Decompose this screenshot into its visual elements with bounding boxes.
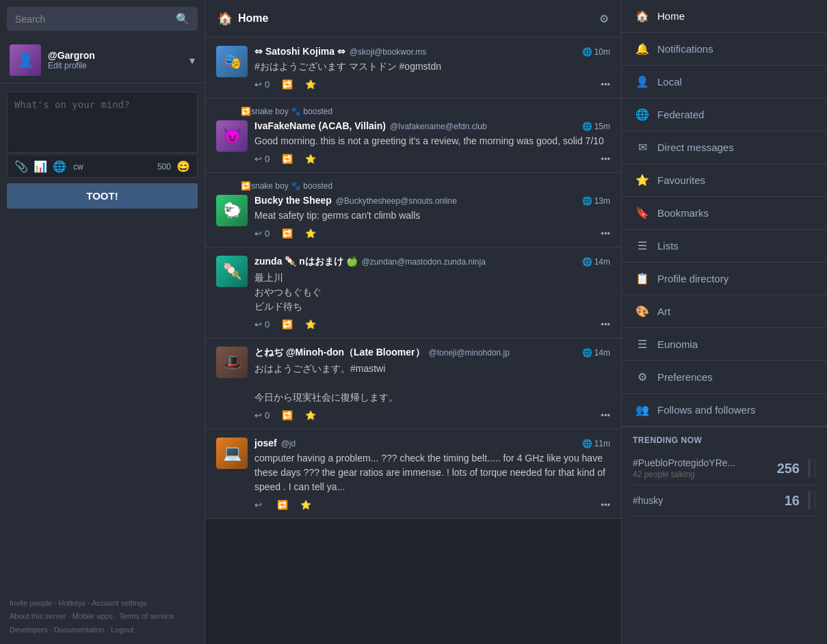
toot-row: 💻 josef @jd 🌐 11m computer having a prob…	[216, 438, 610, 510]
more-button[interactable]: •••	[601, 500, 610, 510]
boost-button[interactable]: 🔁	[282, 154, 293, 164]
trending-item[interactable]: #husky 16	[633, 485, 816, 516]
globe-icon: 🌐	[582, 348, 592, 358]
footer-link-hotkeys[interactable]: Hotkeys	[59, 599, 86, 607]
more-button[interactable]: •••	[601, 410, 610, 420]
star-icon: ⭐	[305, 154, 316, 164]
avatar[interactable]: 🎭	[216, 46, 248, 77]
reply-button[interactable]: ↩	[254, 500, 265, 510]
local-icon: 👤	[635, 75, 649, 88]
edit-profile-link[interactable]: Edit profile	[48, 61, 189, 70]
toot-author[interactable]: IvaFakeName (ACAB, Villain)	[254, 120, 386, 131]
boost-button[interactable]: 🔁	[277, 500, 288, 510]
compose-textarea[interactable]	[7, 92, 198, 153]
footer-link-docs[interactable]: Documentation	[54, 626, 105, 634]
sidebar-item-preferences[interactable]: ⚙ Preferences	[622, 361, 827, 394]
trending-item[interactable]: #PuebloProtegidoYRe... 42 people talking…	[633, 452, 816, 485]
sidebar-item-federated[interactable]: 🌐 Federated	[622, 98, 827, 131]
toot-meta: josef @jd 🌐 11m	[254, 438, 610, 448]
attach-icon[interactable]: 📎	[14, 160, 28, 173]
more-button[interactable]: •••	[601, 154, 610, 164]
more-button[interactable]: •••	[601, 319, 610, 330]
sidebar-item-notifications[interactable]: 🔔 Notifications	[622, 33, 827, 66]
star-icon: ⭐	[305, 228, 316, 239]
toot-author[interactable]: josef	[254, 438, 277, 448]
favourite-button[interactable]: ⭐	[305, 228, 316, 239]
trending-meta: 42 people talking	[633, 470, 735, 479]
sidebar-item-label: Local	[657, 76, 682, 88]
content-warning-button[interactable]: cw	[73, 162, 83, 172]
trending-bar-container: 16	[785, 491, 816, 510]
boost-button[interactable]: 🔁	[282, 319, 293, 330]
avatar[interactable]: 😈	[216, 120, 248, 152]
avatar[interactable]: 🍡	[216, 256, 248, 287]
globe-icon[interactable]: 🌐	[53, 160, 66, 173]
toot-handle[interactable]: @Buckythesheep@snouts.online	[336, 196, 457, 206]
reply-button[interactable]: ↩ 0	[254, 154, 270, 164]
footer-link-account-settings[interactable]: Account settings	[92, 599, 147, 607]
reply-button[interactable]: ↩ 0	[254, 228, 270, 239]
toot-card: 🔁 snake boy 🐾 boosted 😈 IvaFakeName (ACA…	[205, 98, 621, 173]
toot-meta: IvaFakeName (ACAB, Villain) @Ivafakename…	[254, 120, 610, 131]
search-input[interactable]	[15, 14, 176, 25]
boost-button[interactable]: 🔁	[282, 228, 293, 239]
favourite-button[interactable]: ⭐	[305, 410, 316, 420]
toot-handle[interactable]: @skoji@bookwor.ms	[350, 47, 426, 57]
toot-body: ⇔ Satoshi Kojima ⇔ @skoji@bookwor.ms 🌐 1…	[254, 46, 610, 90]
sidebar-item-lists[interactable]: ☰ Lists	[622, 230, 827, 263]
sidebar-item-direct-messages[interactable]: ✉ Direct messages	[622, 131, 827, 164]
sidebar-item-bookmarks[interactable]: 🔖 Bookmarks	[622, 197, 827, 230]
more-button[interactable]: •••	[601, 79, 610, 90]
toot-body: IvaFakeName (ACAB, Villain) @Ivafakename…	[254, 120, 610, 164]
footer-link-about[interactable]: About this server	[10, 612, 66, 620]
toot-handle[interactable]: @jd	[281, 439, 296, 448]
poll-icon[interactable]: 📊	[34, 160, 47, 173]
favourite-button[interactable]: ⭐	[305, 79, 316, 90]
toot-author[interactable]: Bucky the Sheep	[254, 195, 332, 206]
favourite-button[interactable]: ⭐	[305, 319, 316, 330]
feed-settings-icon[interactable]: ⚙	[599, 12, 609, 25]
boost-button[interactable]: 🔁	[282, 410, 293, 420]
avatar[interactable]: 🎩	[216, 347, 248, 378]
footer-link-logout[interactable]: Logout	[111, 626, 134, 634]
avatar[interactable]: 💻	[216, 438, 248, 469]
favourite-button[interactable]: ⭐	[305, 154, 316, 164]
toot-author[interactable]: とねぢ @Minoh-don（Late Bloomer）	[254, 347, 425, 359]
boost-line: 🔁 snake boy 🐾 boosted	[241, 107, 610, 116]
sidebar-item-home[interactable]: 🏠 Home	[622, 0, 827, 33]
reply-button[interactable]: ↩ 0	[254, 319, 270, 330]
avatar-image: 👤	[10, 44, 41, 76]
more-button[interactable]: •••	[601, 228, 610, 239]
footer-link-developers[interactable]: Developers	[10, 626, 48, 634]
toot-handle[interactable]: @zundan@mastodon.zunda.ninja	[362, 257, 486, 267]
sidebar-item-eunomia[interactable]: ☰ Eunomia	[622, 328, 827, 361]
reply-button[interactable]: ↩ 0	[254, 410, 270, 420]
footer-link-terms[interactable]: Terms of service	[119, 612, 174, 620]
toot-actions: ↩ 0 🔁 ⭐ •••	[254, 228, 610, 239]
reply-icon: ↩	[254, 228, 262, 239]
toot-time: 🌐 11m	[582, 439, 610, 448]
boost-icon: 🔁	[241, 181, 251, 191]
sidebar-item-art[interactable]: 🎨 Art	[622, 295, 827, 328]
boost-action-icon: 🔁	[282, 79, 293, 90]
favourite-button[interactable]: ⭐	[300, 500, 311, 510]
toot-handle[interactable]: @Ivafakename@efdn.club	[390, 122, 487, 131]
footer-link-invite[interactable]: Invite people	[10, 599, 52, 607]
reply-button[interactable]: ↩ 0	[254, 79, 270, 90]
footer-link-mobile[interactable]: Mobile apps	[73, 612, 113, 620]
search-icon[interactable]: 🔍	[176, 12, 189, 25]
toot-handle[interactable]: @toneji@minohdon.jp	[429, 348, 510, 358]
sidebar-item-local[interactable]: 👤 Local	[622, 66, 827, 98]
toot-author[interactable]: zunda 🍡 nはおまけ 🍏	[254, 256, 358, 268]
sidebar-item-follows-followers[interactable]: 👥 Follows and followers	[622, 394, 827, 427]
avatar[interactable]: 🐑	[216, 195, 248, 226]
toot-button[interactable]: TOOT!	[7, 183, 198, 209]
sidebar-item-favourites[interactable]: ⭐ Favourites	[622, 164, 827, 197]
toot-author[interactable]: ⇔ Satoshi Kojima ⇔	[254, 46, 345, 57]
chevron-down-icon[interactable]: ▾	[189, 54, 195, 67]
sidebar-item-profile-directory[interactable]: 📋 Profile directory	[622, 263, 827, 295]
notifications-icon: 🔔	[635, 42, 649, 55]
emoji-icon[interactable]: 😄	[176, 160, 190, 173]
boost-button[interactable]: 🔁	[282, 79, 293, 90]
trending-count: 16	[785, 493, 800, 509]
